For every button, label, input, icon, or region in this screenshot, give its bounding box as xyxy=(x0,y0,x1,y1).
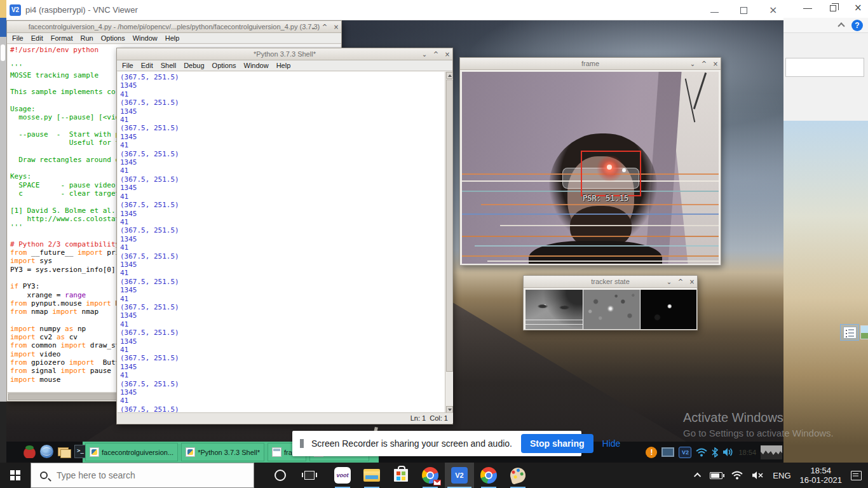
menu-options[interactable]: Options xyxy=(97,34,129,42)
menu-file[interactable]: File xyxy=(118,62,137,69)
background-window-input[interactable] xyxy=(785,58,864,77)
action-center-icon[interactable] xyxy=(851,471,862,480)
taskbar-icon-chrome[interactable] xyxy=(474,463,503,488)
shell-title: *Python 3.7.3 Shell* xyxy=(254,50,316,58)
vnc-titlebar[interactable]: V2 pi4 (raspberrypi) - VNC Viewer × xyxy=(6,0,783,20)
bluetooth-icon[interactable] xyxy=(712,447,718,458)
background-window-titlebar[interactable]: × xyxy=(783,0,868,18)
menu-run[interactable]: Run xyxy=(77,34,97,42)
maximize-icon[interactable]: ^ xyxy=(433,51,439,58)
desktop-icon-notes[interactable] xyxy=(840,324,859,341)
shade-icon[interactable]: ⌄ xyxy=(421,51,428,58)
maximize-icon[interactable]: ^ xyxy=(701,61,707,67)
close-icon[interactable]: × xyxy=(712,61,719,67)
vnc-window-title: pi4 (raspberrypi) - VNC Viewer xyxy=(25,5,138,15)
host-wallpaper xyxy=(783,121,868,463)
maximize-icon[interactable]: ^ xyxy=(322,24,328,30)
shell-scrollbar[interactable] xyxy=(445,72,453,413)
taskbar-clock[interactable]: 18:54 16-01-2021 xyxy=(800,466,843,485)
file-manager-icon[interactable] xyxy=(57,445,71,458)
python-shell-window: *Python 3.7.3 Shell* ⌄ ^ × FileEditShell… xyxy=(116,48,453,424)
cortana-button[interactable] xyxy=(266,463,295,488)
editor-menubar: FileEditFormatRunOptionsWindowHelp xyxy=(7,33,341,44)
taskbar-icon-vnc-viewer[interactable]: V2 xyxy=(445,463,474,488)
tracker-state-window: tracker state ⌄ ^ × xyxy=(523,275,698,330)
lens-highlight xyxy=(622,168,626,172)
menu-window[interactable]: Window xyxy=(129,34,161,42)
battery-icon[interactable] xyxy=(710,472,722,479)
editor-titlebar[interactable]: facecontrolguiversion_4.py - /home/pi/op… xyxy=(7,21,341,33)
frame-titlebar[interactable]: frame ⌄ ^ × xyxy=(460,58,721,70)
vnc-tray-icon[interactable]: V2 xyxy=(679,447,691,458)
stop-sharing-button[interactable]: Stop sharing xyxy=(521,434,593,453)
wifi-icon[interactable] xyxy=(731,471,743,480)
language-indicator[interactable]: ENG xyxy=(773,471,790,480)
background-window-panel xyxy=(783,33,868,121)
volume-icon[interactable] xyxy=(722,447,734,457)
menu-file[interactable]: File xyxy=(8,34,27,42)
tray-chevron-icon[interactable] xyxy=(694,473,701,480)
chevron-up-icon[interactable] xyxy=(837,22,844,29)
close-icon[interactable]: × xyxy=(333,24,339,30)
start-button[interactable] xyxy=(0,463,31,488)
help-icon[interactable]: ? xyxy=(851,20,863,31)
shell-output[interactable]: (367.5, 251.5)134541(367.5, 251.5)134541… xyxy=(118,72,453,413)
display-icon[interactable] xyxy=(661,447,674,457)
restore-icon[interactable] xyxy=(830,5,836,11)
shell-menubar: FileEditShellDebugOptionsWindowHelp xyxy=(117,60,452,71)
menu-window[interactable]: Window xyxy=(240,62,273,69)
close-icon[interactable]: × xyxy=(444,51,451,58)
browser-icon[interactable] xyxy=(40,445,53,458)
menu-edit[interactable]: Edit xyxy=(27,34,47,42)
window-edge xyxy=(0,18,6,37)
close-icon[interactable]: × xyxy=(854,4,863,13)
taskbar-icon-paint[interactable] xyxy=(503,463,532,488)
menu-help[interactable]: Help xyxy=(273,62,295,69)
cpu-monitor xyxy=(761,445,782,459)
taskbar-icon-voot[interactable]: voot xyxy=(328,463,357,488)
wifi-icon[interactable] xyxy=(696,448,707,457)
minimize-icon[interactable] xyxy=(710,8,719,13)
shade-icon[interactable]: ⌄ xyxy=(689,61,696,67)
shade-icon[interactable]: ⌄ xyxy=(310,24,316,30)
tracker-template-image xyxy=(526,290,583,329)
vnc-logo-icon: V2 xyxy=(10,4,21,16)
taskbar-button-facecontrolguiversion-[interactable]: facecontrolguiversion... xyxy=(85,443,178,461)
scanline xyxy=(487,261,719,262)
close-icon[interactable]: × xyxy=(689,279,695,285)
taskbar-search[interactable] xyxy=(31,463,254,488)
menu-debug[interactable]: Debug xyxy=(180,62,208,69)
scrollbar-thumb[interactable] xyxy=(446,79,453,372)
tracker-title: tracker state xyxy=(591,278,630,285)
minimize-icon[interactable] xyxy=(803,4,812,9)
scroll-up-icon[interactable] xyxy=(446,72,453,79)
menu-format[interactable]: Format xyxy=(47,34,77,42)
warning-icon[interactable]: ! xyxy=(646,447,657,458)
frame-title: frame xyxy=(581,60,599,67)
shade-icon[interactable]: ⌄ xyxy=(666,279,672,285)
menu-shell[interactable]: Shell xyxy=(157,62,180,69)
volume-muted-icon[interactable] xyxy=(752,471,764,480)
taskbar-icon-explorer[interactable] xyxy=(357,463,386,488)
taskbar-icon-store[interactable] xyxy=(386,463,416,488)
search-icon xyxy=(40,471,48,479)
gmail-badge-icon xyxy=(433,480,441,485)
menu-help[interactable]: Help xyxy=(161,34,184,42)
scanline xyxy=(475,245,719,247)
hide-link[interactable]: Hide xyxy=(602,438,621,449)
taskbar-button--python-3-7-3-shell-[interactable]: *Python 3.7.3 Shell* xyxy=(181,443,264,461)
search-input[interactable] xyxy=(55,470,233,481)
maximize-icon[interactable] xyxy=(740,7,747,14)
raspberry-menu-icon[interactable] xyxy=(23,445,36,458)
tracker-titlebar[interactable]: tracker state ⌄ ^ × xyxy=(524,276,697,288)
task-view-button[interactable] xyxy=(295,463,324,488)
desktop-icon-picture[interactable] xyxy=(860,325,868,339)
shell-titlebar[interactable]: *Python 3.7.3 Shell* ⌄ ^ × xyxy=(117,48,452,60)
taskbar-icon-gmail-chrome[interactable] xyxy=(416,463,445,488)
close-icon[interactable]: × xyxy=(769,6,777,15)
menu-edit[interactable]: Edit xyxy=(137,62,157,69)
menu-options[interactable]: Options xyxy=(208,62,240,69)
screen: × ? V2 pi4 (raspberrypi) - VNC Viewer × xyxy=(0,0,868,488)
maximize-icon[interactable]: ^ xyxy=(677,279,684,285)
shell-status-bar: Ln: 1 Col: 1 xyxy=(118,412,453,423)
